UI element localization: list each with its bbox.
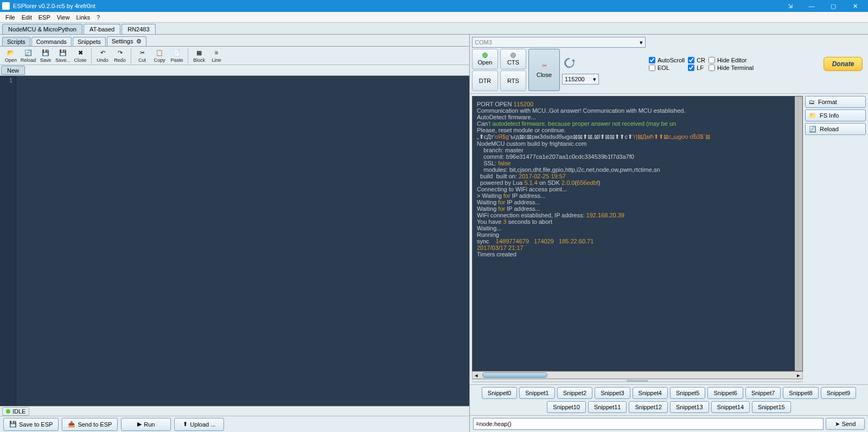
snippet-button-14[interactable]: Snippet14	[711, 401, 750, 413]
code-editor[interactable]: 1	[0, 76, 469, 406]
save-icon: 💾	[9, 421, 17, 428]
splitter[interactable]	[472, 379, 803, 382]
menu-help[interactable]: ?	[93, 13, 103, 22]
snippet-button-9[interactable]: Snippet9	[821, 387, 856, 399]
format-button[interactable]: 🗂 Format	[805, 96, 866, 108]
label: Format	[818, 99, 837, 105]
snippet-button-13[interactable]: Snippet13	[670, 401, 709, 413]
editor-bottom-actions: 💾 Save to ESP 📤 Send to ESP ▶ Run ⬆ Uplo…	[0, 416, 469, 432]
label: RTS	[507, 78, 519, 84]
save-icon: 💾	[41, 48, 50, 57]
copy-icon: 📋	[155, 48, 164, 57]
snippet-button-4[interactable]: Snippet4	[633, 387, 668, 399]
terminal-vscrollbar[interactable]	[795, 96, 802, 371]
command-input[interactable]	[473, 418, 824, 430]
tab-settings[interactable]: Settings ⚙	[107, 36, 146, 46]
port-value: COM3	[475, 39, 492, 46]
label: DTR	[479, 78, 492, 84]
baud-select[interactable]: 115200 ▾	[562, 74, 599, 85]
line-button[interactable]: ≡Line	[208, 48, 225, 63]
menu-esp[interactable]: ESP	[35, 13, 54, 22]
open-button[interactable]: 📂Open	[2, 48, 20, 63]
close-window-button[interactable]: ✕	[844, 0, 866, 12]
file-tab-new[interactable]: New	[1, 66, 25, 75]
dtr-button[interactable]: DTR	[472, 70, 498, 91]
snippet-button-2[interactable]: Snippet2	[557, 387, 592, 399]
terminal-hscrollbar[interactable]: ◂ ▸	[472, 371, 803, 379]
snippet-button-6[interactable]: Snippet6	[707, 387, 743, 399]
reload-fs-button[interactable]: 🔄 Reload	[805, 123, 866, 135]
terminal-line: build built on: 2017-02-25 19:57	[477, 173, 798, 179]
redo-button[interactable]: ↷Redo	[111, 48, 129, 63]
label: Copy	[154, 57, 165, 63]
reload-button[interactable]: 🔄Reload	[20, 48, 37, 63]
serial-terminal[interactable]: PORT OPEN 115200Communication with MCU..…	[472, 96, 803, 371]
label: Undo	[97, 57, 108, 63]
tab-snippets[interactable]: Snippets	[73, 37, 106, 46]
minimize-button[interactable]: —	[801, 0, 822, 12]
menu-links[interactable]: Links	[73, 13, 93, 22]
cr-checkbox[interactable]: CR	[688, 57, 705, 63]
tab-scripts[interactable]: Scripts	[2, 37, 30, 46]
code-area[interactable]	[16, 76, 469, 406]
tab-nodemcu-micropython[interactable]: NodeMCU & MicroPython	[2, 24, 82, 34]
snippet-button-11[interactable]: Snippet11	[588, 401, 627, 413]
maximize-button[interactable]: ▢	[822, 0, 844, 12]
save-button[interactable]: 💾Save	[37, 48, 54, 63]
snippet-button-15[interactable]: Snippet15	[752, 401, 791, 413]
snippet-button-3[interactable]: Snippet3	[595, 387, 630, 399]
tab-commands[interactable]: Commands	[31, 37, 72, 46]
label: Run	[144, 421, 155, 428]
eol-checkbox[interactable]: EOL	[649, 65, 685, 71]
snippet-button-10[interactable]: Snippet10	[547, 401, 586, 413]
gear-icon: ⚙	[136, 38, 142, 44]
lf-checkbox[interactable]: LF	[688, 65, 705, 71]
snippet-button-5[interactable]: Snippet5	[670, 387, 705, 399]
terminal-line: NodeMCU custom build by frightanic.com	[477, 140, 798, 147]
upload-button[interactable]: ⬆ Upload ...	[174, 418, 224, 431]
snippet-button-1[interactable]: Snippet1	[519, 387, 554, 399]
send-button[interactable]: ➤ Send	[826, 418, 865, 430]
undo-button[interactable]: ↶Undo	[94, 48, 111, 63]
tab-rn2483[interactable]: RN2483	[122, 24, 155, 34]
scroll-thumb[interactable]	[482, 372, 547, 378]
block-button[interactable]: ▦Block	[190, 48, 208, 63]
run-button[interactable]: ▶ Run	[121, 418, 171, 431]
cut-button[interactable]: ✂Cut	[133, 48, 151, 63]
save-to-esp-button[interactable]: 💾 Save to ESP	[3, 418, 59, 431]
menu-file[interactable]: File	[2, 13, 18, 22]
send-icon: 📤	[68, 421, 75, 428]
upload-icon: ⬆	[183, 421, 188, 428]
label: Save to ESP	[19, 421, 53, 428]
autoscroll-checkbox[interactable]: AutoScroll	[649, 57, 685, 63]
snippet-button-12[interactable]: Snippet12	[629, 401, 668, 413]
refresh-ports-button[interactable]	[562, 55, 577, 70]
scroll-left-icon[interactable]: ◂	[473, 372, 480, 379]
scroll-right-icon[interactable]: ▸	[795, 372, 802, 379]
menu-edit[interactable]: Edit	[18, 13, 35, 22]
window-overflow[interactable]: ⇲	[779, 0, 801, 12]
send-to-esp-button[interactable]: 📤 Send to ESP	[62, 418, 118, 431]
fsinfo-button[interactable]: 📁 FS Info	[805, 109, 866, 121]
tab-at-based[interactable]: AT-based	[84, 24, 120, 34]
chevron-down-icon: ▾	[593, 76, 596, 83]
saveas-button[interactable]: 💾Save...	[54, 48, 72, 63]
port-select[interactable]: COM3 ▾	[472, 37, 646, 48]
cts-indicator[interactable]: CTS	[500, 49, 526, 69]
snippet-button-7[interactable]: Snippet7	[745, 387, 781, 399]
menu-view[interactable]: View	[54, 13, 73, 22]
rts-button[interactable]: RTS	[500, 70, 526, 91]
copy-button[interactable]: 📋Copy	[151, 48, 168, 63]
donate-button[interactable]: Donate	[824, 57, 863, 71]
hide-editor-checkbox[interactable]: Hide Editor	[709, 57, 754, 63]
label: Cut	[138, 57, 146, 63]
play-icon: ▶	[137, 421, 142, 428]
paste-button[interactable]: 📄Paste	[168, 48, 186, 63]
snippet-button-0[interactable]: Snippet0	[482, 387, 517, 399]
open-port-button[interactable]: Open	[472, 49, 498, 69]
undo-icon: ↶	[98, 48, 107, 57]
hide-terminal-checkbox[interactable]: Hide Terminal	[709, 65, 754, 71]
close-port-button[interactable]: ✂ Close	[528, 49, 560, 91]
snippet-button-8[interactable]: Snippet8	[783, 387, 818, 399]
close-button[interactable]: ✖Close	[72, 48, 89, 63]
